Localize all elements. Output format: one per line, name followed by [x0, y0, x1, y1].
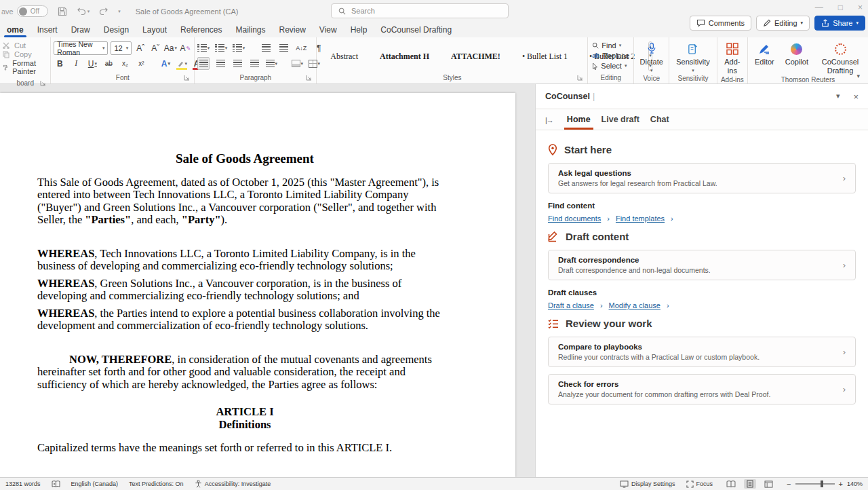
autosave-switch[interactable]: Off: [17, 5, 48, 17]
panel-expand-icon[interactable]: |→: [545, 116, 559, 130]
dictate-button[interactable]: Dictate ▾: [636, 40, 667, 73]
grow-font-button[interactable]: Aˆ: [134, 42, 146, 55]
zoom-slider-thumb[interactable]: [821, 480, 823, 487]
collapse-ribbon-icon[interactable]: ▾: [856, 73, 860, 79]
ribbon-tab-draw[interactable]: Draw: [64, 24, 97, 37]
style-item[interactable]: Attachment H: [369, 52, 440, 62]
ribbon-tab-mailings[interactable]: Mailings: [229, 24, 272, 37]
clipboard-dialog-launcher-icon[interactable]: [40, 80, 46, 86]
focus-button[interactable]: Focus: [686, 480, 713, 488]
find-button[interactable]: Find▾: [592, 41, 629, 50]
share-button[interactable]: Share ▾: [814, 16, 865, 31]
comments-button[interactable]: Comments: [690, 16, 751, 31]
undo-dropdown-icon[interactable]: ▾: [87, 9, 90, 14]
align-right-button[interactable]: [231, 57, 243, 70]
panel-card[interactable]: Draft correspondenceDraft correspondence…: [548, 250, 856, 280]
panel-tab-live-draft[interactable]: Live draft: [596, 111, 645, 130]
replace-button[interactable]: ab Replace: [592, 52, 629, 60]
increase-indent-button[interactable]: [277, 41, 290, 54]
ribbon-tab-help[interactable]: Help: [344, 24, 374, 37]
bold-button[interactable]: B: [54, 57, 66, 70]
zoom-slider[interactable]: [795, 483, 835, 485]
font-size-select[interactable]: 12▾: [111, 41, 132, 55]
redo-button[interactable]: [99, 7, 108, 16]
panel-link-modify-a-clause[interactable]: Modify a clause: [609, 301, 660, 309]
cut-button[interactable]: Cut: [3, 41, 47, 50]
panel-card[interactable]: Ask legal questionsGet answers for legal…: [548, 163, 856, 193]
font-name-select[interactable]: Times New Roman▾: [54, 41, 108, 55]
format-painter-button[interactable]: Format Painter: [3, 59, 47, 75]
web-layout-button[interactable]: [762, 480, 776, 489]
document-page[interactable]: Sale of Goods AgreementThis Sale of Good…: [0, 93, 515, 477]
panel-card[interactable]: Compare to playbooksRedline your contrac…: [548, 337, 856, 367]
font-dialog-launcher-icon[interactable]: [184, 75, 190, 81]
undo-button[interactable]: ▾: [77, 7, 90, 16]
numbered-list-button[interactable]: ▾: [215, 41, 227, 54]
ribbon-tab-design[interactable]: Design: [97, 24, 136, 37]
multilevel-list-button[interactable]: ▾: [233, 41, 245, 54]
language-status[interactable]: English (Canada): [71, 480, 119, 487]
accessibility-status[interactable]: Accessibility: Investigate: [195, 480, 271, 488]
qat-overflow-icon[interactable]: ▾: [118, 9, 121, 14]
ribbon-tab-review[interactable]: Review: [273, 24, 313, 37]
copilot-button[interactable]: Copilot: [781, 40, 812, 75]
editing-mode-button[interactable]: Editing ▾: [756, 16, 810, 31]
save-button[interactable]: [58, 7, 67, 16]
styles-dialog-launcher-icon[interactable]: [577, 75, 583, 81]
panel-tab-chat[interactable]: Chat: [645, 111, 675, 130]
ribbon-tab-references[interactable]: References: [174, 24, 229, 37]
sort-button[interactable]: A↓Z: [295, 41, 307, 54]
search-input[interactable]: Search: [331, 3, 509, 18]
editor-button[interactable]: Editor: [751, 40, 778, 75]
change-case-button[interactable]: Aa▾: [164, 42, 176, 55]
panel-collapse-icon[interactable]: ▾: [836, 92, 840, 102]
zoom-in-button[interactable]: +: [839, 480, 843, 488]
panel-card[interactable]: Check for errorsAnalyze your document fo…: [548, 374, 856, 404]
align-center-button[interactable]: [214, 57, 226, 70]
decrease-indent-button[interactable]: [260, 41, 272, 54]
read-mode-button[interactable]: [724, 480, 738, 489]
shrink-font-button[interactable]: Aˇ: [149, 42, 161, 55]
ribbon-tab-ome[interactable]: ome: [0, 24, 31, 37]
shading-button[interactable]: ▾: [291, 57, 303, 70]
copy-button[interactable]: Copy: [3, 50, 47, 58]
zoom-out-button[interactable]: −: [787, 480, 791, 488]
close-button[interactable]: ×: [858, 3, 863, 12]
underline-button[interactable]: U▾: [86, 57, 98, 70]
minimize-button[interactable]: —: [815, 3, 823, 12]
panel-close-icon[interactable]: ×: [853, 92, 859, 102]
bullet-list-button[interactable]: ▾: [197, 41, 210, 54]
align-left-button[interactable]: [197, 57, 210, 70]
addins-button[interactable]: Add-ins: [720, 40, 745, 75]
ribbon-tab-cocounsel-drafting[interactable]: CoCounsel Drafting: [374, 24, 458, 37]
proofing-status[interactable]: [52, 480, 60, 488]
subscript-button[interactable]: x₂: [119, 57, 131, 70]
panel-link-draft-a-clause[interactable]: Draft a clause: [548, 301, 594, 309]
italic-button[interactable]: I: [70, 57, 82, 70]
select-button[interactable]: Select▾: [592, 62, 629, 70]
style-item[interactable]: Abstract: [319, 52, 369, 62]
restore-button[interactable]: □: [838, 3, 843, 12]
panel-link-find-documents[interactable]: Find documents: [548, 214, 601, 223]
sensitivity-button[interactable]: Sensitivity ▾: [672, 40, 714, 73]
superscript-button[interactable]: x²: [135, 57, 147, 70]
justify-button[interactable]: [248, 57, 260, 70]
line-spacing-button[interactable]: ▾: [265, 57, 277, 70]
display-settings-button[interactable]: Display Settings: [620, 480, 675, 488]
autosave-toggle[interactable]: ave Off: [1, 5, 48, 17]
zoom-level[interactable]: 140%: [847, 480, 863, 487]
style-item[interactable]: • Bullet List 1: [511, 52, 578, 62]
style-item[interactable]: ATTACHME!: [440, 52, 511, 62]
ribbon-tab-layout[interactable]: Layout: [136, 24, 174, 37]
word-count[interactable]: 13281 words: [5, 480, 41, 487]
ribbon-tab-view[interactable]: View: [313, 24, 344, 37]
clear-formatting-button[interactable]: A✎: [179, 42, 191, 55]
cocounsel-drafting-button[interactable]: CoCounsel Drafting: [815, 40, 865, 75]
strikethrough-button[interactable]: ab: [102, 57, 115, 70]
panel-link-find-templates[interactable]: Find templates: [616, 214, 665, 223]
text-effects-button[interactable]: A▾: [159, 57, 172, 70]
ribbon-tab-insert[interactable]: Insert: [31, 24, 64, 37]
highlight-color-button[interactable]: ▾: [176, 57, 188, 70]
print-layout-button[interactable]: [744, 479, 756, 489]
text-predictions-status[interactable]: Text Predictions: On: [129, 480, 184, 487]
